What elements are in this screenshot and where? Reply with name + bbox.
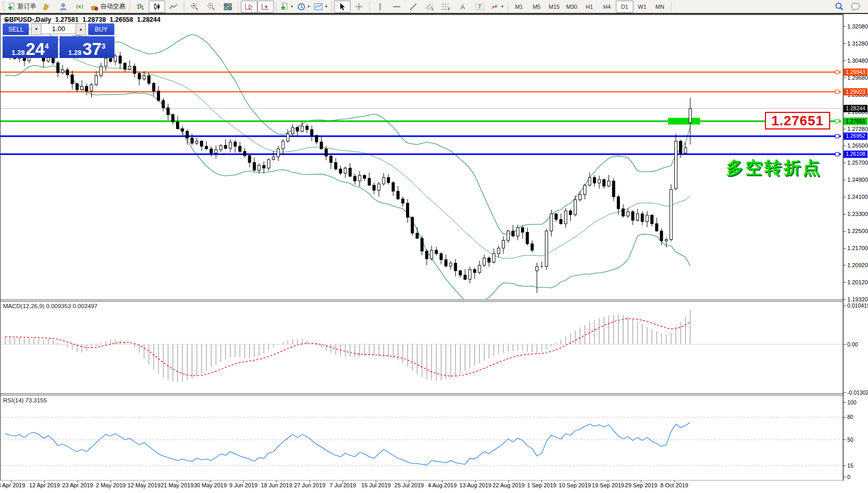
date-label: 29 Sep 2019: [625, 482, 657, 488]
date-label: 10 Sep 2019: [559, 482, 591, 488]
date-label: 12 Apr 2019: [29, 482, 60, 488]
ohlc-open: 1.27581: [55, 16, 78, 23]
axis-tick-label: 1.27280: [847, 126, 868, 132]
ohlc-high: 1.28738: [82, 16, 106, 23]
svg-text:1.27651: 1.27651: [846, 118, 865, 124]
svg-text:1.26108: 1.26108: [846, 151, 865, 157]
axis-tick-label: 1.24900: [847, 177, 868, 183]
sell-price-tile[interactable]: 1.28 24 4: [3, 36, 58, 58]
date-label: 4 Aug 2019: [428, 482, 457, 488]
volume-down-button[interactable]: ▼: [31, 23, 41, 35]
rsi-label: RSI(14) 73.3155: [3, 397, 47, 403]
mt4-window: 新订单 自动交易 ▾ ▾ ▾ E F A T ▾: [0, 0, 868, 493]
axis-tick-label: 1.26500: [847, 142, 868, 149]
axis-tick-label: 1.19320: [847, 296, 868, 302]
buy-price-big: 37: [82, 42, 102, 56]
date-label: 9 Jun 2019: [229, 482, 257, 488]
buy-button[interactable]: BUY: [88, 23, 114, 35]
price-callout-box[interactable]: 1.27651: [765, 112, 830, 129]
turning-point-annotation[interactable]: 多空转折点: [726, 156, 822, 180]
date-label: 30 May 2019: [194, 482, 227, 488]
rsi-panel[interactable]: [0, 395, 843, 480]
symbol-period-label: GBPUSD-,Daily: [4, 16, 51, 23]
date-label: 22 Aug 2019: [493, 482, 525, 488]
axis-tick-label: -0.013027: [847, 389, 868, 396]
axis-tick-label: 80: [847, 414, 853, 420]
axis-tick-label: 1.30480: [847, 57, 868, 64]
axis-tick-label: 50: [847, 437, 853, 443]
sell-button[interactable]: SELL: [3, 23, 29, 35]
date-label: 23 Apr 2019: [62, 482, 93, 488]
axis-tick-label: 100: [847, 399, 857, 405]
date-label: 3 Apr 2019: [0, 482, 25, 488]
axis-tick-label: 1.22500: [847, 228, 868, 234]
volume-input[interactable]: [41, 23, 76, 34]
axis-tick-label: 1.31280: [847, 40, 868, 47]
ohlc-low: 1.26558: [110, 16, 133, 23]
svg-text:1.26952: 1.26952: [846, 133, 865, 139]
date-label: 13 Aug 2019: [459, 482, 491, 488]
date-label: 21 May 2019: [161, 482, 194, 488]
sell-price-small: 1.28: [11, 49, 24, 56]
line-handle[interactable]: [835, 70, 839, 74]
svg-text:1.29943: 1.29943: [846, 69, 865, 75]
axis-tick-label: 1.20120: [847, 279, 868, 285]
line-handle[interactable]: [835, 120, 839, 123]
time-axis[interactable]: 3 Apr 201912 Apr 201923 Apr 20192 May 20…: [0, 481, 868, 490]
buy-price-tile[interactable]: 1.28 37 3: [60, 36, 115, 58]
axis-tick-label: 1.25700: [847, 160, 868, 166]
breakout-highlight-rect[interactable]: [668, 118, 700, 125]
date-label: 1 Sep 2019: [527, 482, 556, 488]
axis-tick-label: 1.24100: [847, 194, 868, 200]
date-label: 2 May 2019: [96, 482, 125, 488]
axis-tick-label: 1.20920: [847, 262, 868, 268]
date-label: 7 Jul 2019: [330, 482, 356, 488]
macd-label: MACD(12,26,9) 0.009353 0.002497: [3, 303, 97, 309]
price-chart-panel[interactable]: [0, 15, 843, 300]
svg-text:1.28244: 1.28244: [846, 105, 865, 111]
line-handle[interactable]: [835, 134, 839, 138]
macd-panel[interactable]: [0, 301, 843, 394]
svg-text:1.29023: 1.29023: [846, 89, 865, 95]
axis-tick-label: 1.21700: [847, 245, 868, 251]
sell-price-pip: 4: [45, 42, 49, 50]
line-handle[interactable]: [835, 90, 839, 94]
buy-price-small: 1.28: [68, 49, 81, 56]
axis-tick-label: 0.010419: [847, 302, 868, 309]
date-label: 25 Jul 2019: [395, 482, 424, 488]
price-axis[interactable]: 1.320801.312801.304801.296801.288801.280…: [843, 15, 868, 490]
chart-area[interactable]: 1.320801.312801.304801.296801.288801.280…: [0, 0, 868, 493]
date-label: 19 Sep 2019: [592, 482, 624, 488]
date-label: 18 Jun 2019: [261, 482, 293, 488]
axis-tick-label: 0: [847, 474, 850, 480]
ohlc-close: 1.28244: [137, 16, 161, 23]
date-label: 12 May 2019: [127, 482, 161, 488]
one-click-trading-panel: SELL ▼ ▲ BUY 1.28 24 4 1.28 37 3: [3, 23, 114, 58]
date-label: 27 Jun 2019: [294, 482, 326, 488]
axis-tick-label: 1.23300: [847, 211, 868, 217]
date-label: 8 Oct 2019: [660, 482, 688, 488]
axis-tick-label: 1.32080: [847, 23, 868, 30]
date-label: 16 Jul 2019: [361, 482, 391, 488]
axis-tick-label: 15: [847, 462, 853, 469]
chart-header: GBPUSD-,Daily 1.27581 1.28738 1.26558 1.…: [4, 16, 163, 23]
buy-price-pip: 3: [102, 42, 106, 50]
volume-up-button[interactable]: ▲: [76, 23, 86, 35]
axis-tick-label: 0.00: [847, 341, 858, 347]
collapse-panel-arrow[interactable]: ▲: [4, 17, 9, 22]
line-handle[interactable]: [835, 152, 839, 156]
sell-price-big: 24: [26, 42, 45, 56]
